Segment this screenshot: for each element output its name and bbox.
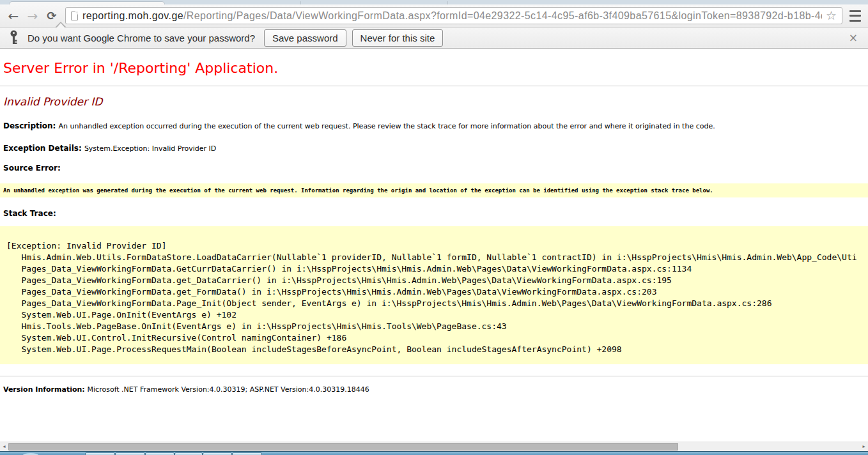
exception-details-line: Exception Details: System.Exception: Inv… — [3, 144, 868, 153]
back-button[interactable]: ← — [5, 8, 22, 24]
browser-toolbar: ← → ⟳ reporting.moh.gov.ge/Reporting/Pag… — [0, 4, 868, 27]
page-icon[interactable] — [71, 12, 78, 20]
version-information-label: Version Information: — [3, 385, 88, 394]
description-line: Description: An unhandled exception occu… — [3, 121, 868, 131]
save-password-infobar: Do you want Google Chrome to save your p… — [0, 27, 868, 49]
taskbar-edge[interactable] — [0, 451, 868, 455]
scroll-right-icon[interactable]: ▸ — [860, 442, 868, 451]
page-title: Server Error in '/Reporting' Application… — [3, 60, 868, 77]
taskbar-button[interactable] — [115, 452, 145, 455]
stack-trace-label: Stack Trace: — [3, 209, 868, 219]
url-path: /Reporting/Pages/Data/ViewWorkingFormDat… — [183, 10, 822, 21]
scrollbar-thumb[interactable] — [8, 443, 678, 451]
close-icon[interactable]: × — [845, 33, 862, 43]
url-domain: reporting.moh.gov.ge — [82, 10, 183, 21]
scroll-left-icon[interactable]: ◂ — [0, 442, 8, 451]
forward-button[interactable]: → — [24, 8, 41, 24]
infobar-message: Do you want Google Chrome to save your p… — [27, 33, 255, 43]
taskbar-button[interactable] — [85, 452, 115, 455]
stack-trace-box: [Exception: Invalid Provider ID] Hmis.Ad… — [0, 226, 868, 364]
source-error-label: Source Error: — [3, 164, 868, 173]
key-icon — [9, 30, 19, 45]
address-bar[interactable]: reporting.moh.gov.ge/Reporting/Pages/Dat… — [65, 7, 842, 24]
divider — [0, 86, 868, 86]
url-text[interactable]: reporting.moh.gov.ge/Reporting/Pages/Dat… — [82, 10, 822, 22]
version-information-text: Microsoft .NET Framework Version:4.0.303… — [88, 385, 369, 394]
exception-details-text: System.Exception: Invalid Provider ID — [84, 144, 216, 153]
error-subtitle: Invalid Provider ID — [3, 95, 868, 109]
taskbar-button[interactable] — [145, 452, 174, 455]
bookmark-star-icon[interactable]: ☆ — [825, 8, 838, 23]
horizontal-scrollbar[interactable]: ◂ ▸ — [0, 442, 868, 451]
source-error-box: An unhandled exception was generated dur… — [0, 183, 868, 197]
tab-strip — [0, 0, 868, 4]
taskbar-button[interactable] — [203, 452, 232, 455]
description-text: An unhandled exception occurred during t… — [59, 122, 715, 130]
menu-icon[interactable] — [848, 8, 863, 24]
taskbar-button[interactable] — [174, 452, 203, 455]
save-password-button[interactable]: Save password — [264, 29, 346, 47]
exception-details-label: Exception Details: — [3, 144, 84, 153]
never-for-this-site-button[interactable]: Never for this site — [352, 29, 444, 47]
description-label: Description: — [3, 121, 59, 130]
version-information-line: Version Information: Microsoft .NET Fram… — [3, 385, 868, 394]
taskbar-button[interactable] — [232, 452, 262, 455]
divider — [0, 376, 868, 376]
error-page: Server Error in '/Reporting' Application… — [0, 49, 868, 442]
